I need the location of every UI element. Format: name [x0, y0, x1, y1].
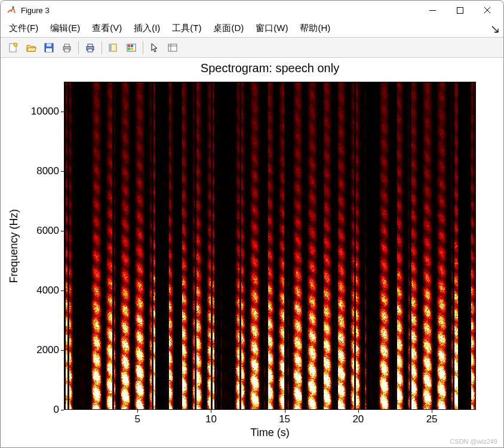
- toolbar-separator: [143, 41, 143, 54]
- menu-file[interactable]: 文件(F): [4, 21, 43, 35]
- ytick-label: 2000: [36, 344, 64, 356]
- menu-window[interactable]: 窗口(W): [251, 21, 293, 35]
- svg-point-6: [14, 43, 17, 47]
- svg-rect-20: [131, 45, 133, 47]
- titlebar: Figure 3: [1, 1, 503, 20]
- window-controls: [419, 1, 501, 20]
- svg-rect-21: [128, 48, 130, 50]
- svg-point-0: [13, 7, 14, 8]
- menu-view[interactable]: 查看(V): [87, 21, 127, 35]
- x-axis-label: Time (s): [64, 427, 476, 439]
- toolbar-separator: [78, 41, 79, 54]
- ytick-label: 8000: [36, 165, 64, 177]
- menubar: 文件(F) 编辑(E) 查看(V) 插入(I) 工具(T) 桌面(D) 窗口(W…: [1, 20, 503, 38]
- menu-insert[interactable]: 插入(I): [129, 21, 165, 35]
- menu-edit[interactable]: 编辑(E): [45, 21, 85, 35]
- figure-window: Figure 3 文件(F) 编辑(E) 查看(V) 插入(I) 工具(T) 桌…: [0, 0, 504, 448]
- maximize-button[interactable]: [446, 1, 474, 20]
- menu-tools[interactable]: 工具(T): [167, 21, 206, 35]
- axes[interactable]: 0 2000 4000 6000 8000 10000 5 10 15 20 2…: [64, 82, 476, 410]
- ytick-label: 6000: [36, 225, 64, 237]
- figure-area: Spectrogram: speech only Frequency (Hz) …: [1, 58, 503, 447]
- save-icon[interactable]: [41, 40, 57, 55]
- y-axis-label: Frequency (Hz): [8, 82, 20, 410]
- ytick-label: 4000: [36, 285, 64, 296]
- svg-rect-2: [457, 7, 463, 13]
- menu-help[interactable]: 帮助(H): [295, 21, 335, 35]
- menu-desktop[interactable]: 桌面(D): [208, 21, 248, 35]
- toolbar: [1, 38, 503, 58]
- toolbar-separator: [102, 41, 102, 54]
- open-icon[interactable]: [23, 40, 39, 55]
- data-cursor-icon[interactable]: [165, 40, 180, 55]
- svg-rect-23: [168, 44, 177, 51]
- pointer-icon[interactable]: [147, 40, 162, 55]
- print-icon[interactable]: [59, 40, 75, 55]
- close-button[interactable]: [474, 1, 501, 20]
- window-title: Figure 3: [20, 6, 419, 15]
- print-preview-icon[interactable]: [82, 40, 98, 55]
- dock-arrow-icon[interactable]: [491, 24, 499, 35]
- svg-rect-15: [88, 49, 93, 52]
- svg-rect-11: [64, 44, 69, 47]
- svg-rect-8: [47, 44, 51, 47]
- svg-rect-17: [109, 44, 112, 51]
- colorbar-icon[interactable]: [124, 40, 139, 55]
- svg-rect-9: [46, 48, 52, 52]
- svg-rect-12: [64, 49, 69, 52]
- matlab-app-icon: [7, 5, 16, 15]
- axes-box: [64, 82, 476, 410]
- minimize-button[interactable]: [419, 1, 446, 20]
- svg-rect-14: [88, 44, 93, 47]
- ytick-label: 10000: [31, 106, 64, 118]
- new-figure-icon[interactable]: [5, 40, 21, 55]
- watermark: CSDN @wlz249: [450, 438, 497, 445]
- link-axes-icon[interactable]: [106, 40, 121, 55]
- svg-rect-22: [131, 48, 133, 50]
- plot-title: Spectrogram: speech only: [64, 61, 476, 75]
- svg-rect-19: [128, 45, 130, 47]
